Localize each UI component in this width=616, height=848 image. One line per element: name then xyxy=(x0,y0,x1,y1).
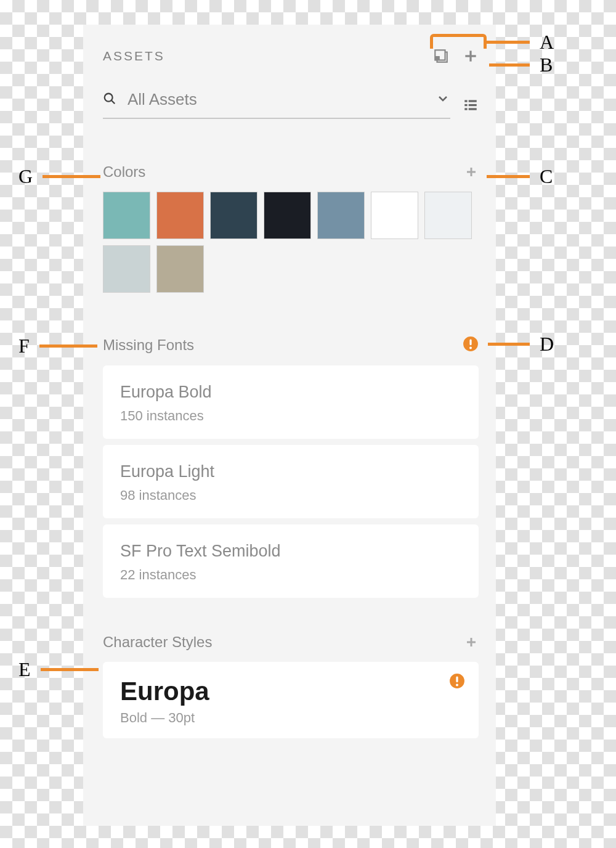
color-swatch[interactable] xyxy=(156,192,204,239)
font-name: SF Pro Text Semibold xyxy=(120,542,461,561)
svg-rect-10 xyxy=(469,104,477,105)
svg-rect-21 xyxy=(456,676,458,682)
search-input[interactable]: All Assets xyxy=(103,90,450,119)
colors-section: Colors xyxy=(83,163,496,293)
panel-title: ASSETS xyxy=(103,49,165,63)
missing-font-card[interactable]: Europa Bold150 instances xyxy=(103,365,479,439)
color-swatch[interactable] xyxy=(210,192,257,239)
character-style-card[interactable]: Europa Bold — 30pt xyxy=(103,662,479,738)
callout-a: A xyxy=(430,34,554,54)
svg-rect-2 xyxy=(435,56,440,60)
callout-e: E xyxy=(18,658,99,681)
svg-point-17 xyxy=(469,347,472,349)
svg-point-5 xyxy=(105,93,113,101)
svg-rect-11 xyxy=(464,108,467,110)
callout-d: D xyxy=(488,333,554,356)
assets-panel: ASSETS xyxy=(83,25,496,826)
add-style-icon[interactable] xyxy=(464,635,479,650)
callout-c: C xyxy=(487,165,553,188)
font-instance-count: 22 instances xyxy=(120,567,461,583)
missing-font-card[interactable]: SF Pro Text Semibold22 instances xyxy=(103,524,479,598)
svg-point-22 xyxy=(456,684,458,687)
svg-rect-9 xyxy=(464,104,467,105)
colors-title: Colors xyxy=(103,163,145,181)
style-desc: Bold — 30pt xyxy=(120,710,461,726)
search-icon xyxy=(103,92,116,108)
callout-b: B xyxy=(489,54,553,76)
color-swatch[interactable] xyxy=(103,245,150,293)
callout-g: G xyxy=(18,165,100,188)
character-styles-section: Character Styles Europa Bold — 30pt xyxy=(83,634,496,738)
font-name: Europa Bold xyxy=(120,383,461,402)
color-swatch[interactable] xyxy=(424,192,472,239)
svg-line-6 xyxy=(111,100,115,104)
list-view-icon[interactable] xyxy=(463,97,479,113)
warning-icon xyxy=(449,673,465,691)
missing-fonts-header: Missing Fonts xyxy=(103,336,479,354)
missing-font-card[interactable]: Europa Light98 instances xyxy=(103,445,479,518)
char-styles-header: Character Styles xyxy=(103,634,479,651)
color-swatch[interactable] xyxy=(264,192,311,239)
color-swatches xyxy=(103,192,479,293)
colors-header: Colors xyxy=(103,163,479,181)
search-label: All Assets xyxy=(128,90,424,109)
warning-icon[interactable] xyxy=(463,336,479,354)
svg-rect-12 xyxy=(469,108,477,110)
char-styles-title: Character Styles xyxy=(103,634,212,651)
font-name: Europa Light xyxy=(120,462,461,481)
color-swatch[interactable] xyxy=(156,245,204,293)
callout-f: F xyxy=(18,335,97,357)
missing-fonts-title: Missing Fonts xyxy=(103,336,194,354)
color-swatch[interactable] xyxy=(371,192,418,239)
svg-rect-7 xyxy=(464,100,467,102)
missing-fonts-section: Missing Fonts Europa Bold150 instancesEu… xyxy=(83,336,496,598)
color-swatch[interactable] xyxy=(317,192,365,239)
font-instance-count: 98 instances xyxy=(120,487,461,504)
svg-rect-8 xyxy=(469,100,477,102)
color-swatch[interactable] xyxy=(103,192,150,239)
style-name: Europa xyxy=(120,677,461,706)
chevron-down-icon[interactable] xyxy=(436,91,450,108)
svg-rect-16 xyxy=(469,339,471,345)
font-instance-count: 150 instances xyxy=(120,408,461,424)
add-color-icon[interactable] xyxy=(464,165,479,179)
search-row: All Assets xyxy=(83,64,496,119)
